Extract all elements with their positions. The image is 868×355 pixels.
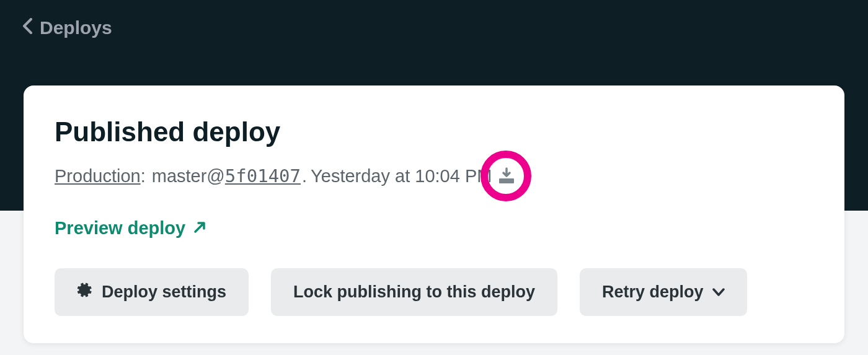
external-link-icon [193, 218, 206, 239]
deploy-card: Published deploy Production: master@5f01… [24, 85, 844, 343]
retry-deploy-button[interactable]: Retry deploy [580, 268, 747, 316]
deploy-meta: Production: master@5f01407. Yesterday at… [55, 165, 813, 187]
production-link[interactable]: Production [55, 166, 141, 186]
branch-name: master [152, 166, 207, 186]
lock-publishing-label: Lock publishing to this deploy [293, 283, 535, 302]
card-title: Published deploy [55, 116, 813, 147]
download-icon [497, 167, 516, 185]
chevron-left-icon [22, 18, 32, 38]
gear-icon [77, 282, 93, 302]
retry-deploy-label: Retry deploy [602, 283, 704, 302]
meta-colon: : [141, 166, 146, 186]
deploy-timestamp: Yesterday at 10:04 PM [311, 166, 492, 186]
back-label: Deploys [40, 17, 112, 38]
commit-hash[interactable]: 5f01407 [225, 165, 301, 186]
preview-deploy-label: Preview deploy [55, 218, 185, 239]
action-buttons: Deploy settings Lock publishing to this … [55, 268, 813, 316]
download-button[interactable] [495, 165, 518, 187]
preview-deploy-link[interactable]: Preview deploy [55, 218, 206, 239]
chevron-down-icon [712, 284, 725, 300]
meta-dot: . [302, 166, 307, 186]
lock-publishing-button[interactable]: Lock publishing to this deploy [271, 268, 557, 316]
back-to-deploys[interactable]: Deploys [0, 0, 135, 56]
deploy-settings-label: Deploy settings [102, 283, 226, 302]
deploy-settings-button[interactable]: Deploy settings [55, 268, 249, 316]
meta-at: @ [206, 166, 224, 186]
svg-rect-0 [499, 178, 514, 183]
